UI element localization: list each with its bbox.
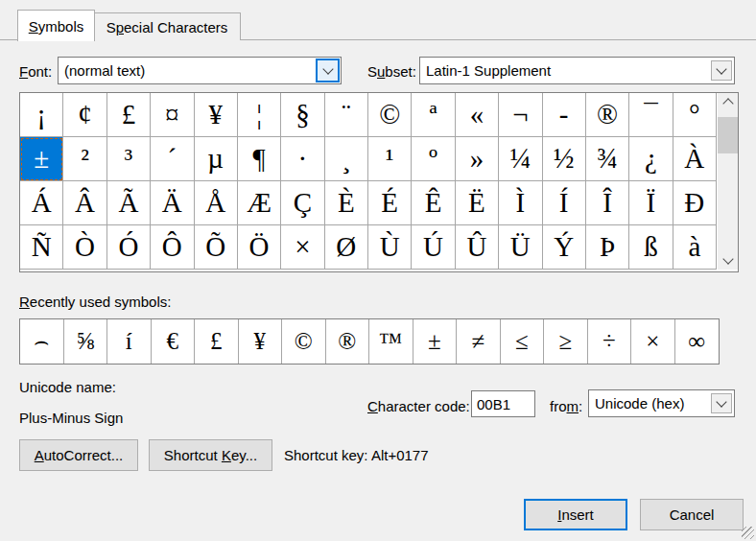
symbol-cell[interactable]: Å: [195, 181, 238, 225]
symbol-cell[interactable]: É: [368, 181, 412, 225]
symbol-cell[interactable]: Ä: [151, 181, 194, 225]
symbol-cell[interactable]: ©: [368, 93, 412, 137]
recent-symbol-cell[interactable]: ≠: [457, 319, 501, 364]
symbol-cell[interactable]: Æ: [238, 181, 281, 225]
symbol-cell[interactable]: §: [281, 93, 324, 137]
symbol-cell[interactable]: Û: [456, 225, 499, 270]
symbol-cell[interactable]: ¾: [586, 137, 629, 181]
autocorrect-button[interactable]: AutoCorrect...: [19, 439, 138, 471]
recent-symbol-cell[interactable]: ∞: [675, 319, 720, 364]
tab-special-characters[interactable]: Special Characters: [93, 12, 241, 40]
symbol-cell[interactable]: ¸: [325, 137, 368, 181]
symbol-cell[interactable]: ×: [281, 225, 324, 270]
symbol-cell[interactable]: °: [673, 93, 717, 137]
recent-symbol-cell[interactable]: ©: [282, 319, 326, 364]
symbol-cell[interactable]: Ü: [499, 225, 542, 270]
symbol-cell[interactable]: ±: [20, 137, 63, 181]
symbol-cell[interactable]: «: [456, 93, 499, 137]
symbol-cell[interactable]: µ: [195, 137, 238, 181]
symbol-cell[interactable]: à: [673, 225, 717, 270]
symbol-cell[interactable]: ß: [629, 225, 673, 270]
symbol-grid-scrollbar[interactable]: [718, 93, 738, 270]
scroll-down-button[interactable]: [718, 251, 738, 270]
symbol-cell[interactable]: ´: [151, 137, 194, 181]
recent-symbol-cell[interactable]: ®: [326, 319, 370, 364]
symbol-cell[interactable]: Ò: [63, 225, 106, 270]
symbol-cell[interactable]: Þ: [586, 225, 629, 270]
font-combobox[interactable]: (normal text): [58, 57, 342, 84]
symbol-cell[interactable]: ¬: [499, 93, 542, 137]
symbol-cell[interactable]: º: [412, 137, 455, 181]
symbol-cell[interactable]: È: [325, 181, 368, 225]
recent-symbol-cell[interactable]: ¥: [239, 319, 283, 364]
symbol-cell[interactable]: ¿: [629, 137, 673, 181]
symbol-cell[interactable]: ¼: [499, 137, 542, 181]
character-code-input[interactable]: [471, 390, 535, 417]
symbol-cell[interactable]: ¡: [20, 93, 63, 137]
unicode-name-label: Unicode name:: [19, 379, 116, 395]
symbol-cell[interactable]: »: [456, 137, 499, 181]
symbol-cell[interactable]: £: [107, 93, 151, 137]
from-combobox-dropdown-button[interactable]: [711, 393, 732, 413]
subset-combobox[interactable]: Latin-1 Supplement: [419, 57, 735, 84]
symbol-cell[interactable]: Ú: [412, 225, 455, 270]
symbol-cell[interactable]: ²: [63, 137, 106, 181]
symbol-cell[interactable]: Î: [586, 181, 629, 225]
symbol-cell[interactable]: ¯: [629, 93, 673, 137]
recent-symbol-cell[interactable]: £: [195, 319, 239, 364]
symbol-cell[interactable]: -: [543, 93, 586, 137]
recent-symbol-cell[interactable]: ⅝: [64, 319, 108, 364]
recent-symbol-cell[interactable]: í: [107, 319, 152, 364]
symbol-cell[interactable]: Ï: [629, 181, 673, 225]
symbol-cell[interactable]: Ô: [151, 225, 194, 270]
cancel-button[interactable]: Cancel: [640, 499, 744, 530]
subset-combobox-dropdown-button[interactable]: [711, 60, 732, 81]
symbol-cell[interactable]: Ã: [107, 181, 151, 225]
symbol-cell[interactable]: ¥: [195, 93, 238, 137]
font-combobox-dropdown-button[interactable]: [316, 59, 340, 82]
symbol-cell[interactable]: Ë: [456, 181, 499, 225]
symbol-cell[interactable]: ª: [412, 93, 455, 137]
recent-symbol-cell[interactable]: ÷: [588, 319, 632, 364]
symbol-cell[interactable]: Ó: [107, 225, 151, 270]
from-combobox[interactable]: Unicode (hex): [588, 389, 735, 417]
symbol-cell[interactable]: ¢: [63, 93, 106, 137]
symbol-cell[interactable]: ¶: [238, 137, 281, 181]
scrollbar-thumb[interactable]: [718, 117, 738, 153]
font-label: Font:: [19, 63, 52, 80]
symbol-cell[interactable]: Ñ: [20, 225, 63, 270]
symbol-cell[interactable]: Ì: [499, 181, 542, 225]
recent-symbol-cell[interactable]: ≥: [544, 319, 588, 364]
recent-symbol-cell[interactable]: ×: [631, 319, 675, 364]
symbol-cell[interactable]: À: [673, 137, 717, 181]
scroll-up-button[interactable]: [718, 93, 738, 111]
symbol-cell[interactable]: ®: [586, 93, 629, 137]
symbol-cell[interactable]: ½: [543, 137, 586, 181]
symbol-cell[interactable]: ¹: [368, 137, 412, 181]
symbol-cell[interactable]: Ý: [543, 225, 586, 270]
recent-symbol-cell[interactable]: ™: [369, 319, 413, 364]
symbol-cell[interactable]: Ê: [412, 181, 455, 225]
symbol-cell[interactable]: Ç: [281, 181, 324, 225]
symbol-cell[interactable]: ¤: [151, 93, 194, 137]
symbol-cell[interactable]: Ð: [673, 181, 717, 225]
symbol-cell[interactable]: ·: [281, 137, 324, 181]
tab-symbols[interactable]: Symbols: [17, 10, 95, 41]
symbol-cell[interactable]: Õ: [195, 225, 238, 270]
symbol-cell[interactable]: Ù: [368, 225, 412, 270]
resize-grip-icon[interactable]: [742, 527, 754, 539]
recent-symbol-cell[interactable]: ⌢: [20, 319, 64, 364]
insert-button[interactable]: Insert: [524, 499, 627, 530]
symbol-cell[interactable]: ¦: [238, 93, 281, 137]
recent-symbol-cell[interactable]: ±: [413, 319, 458, 364]
symbol-cell[interactable]: Ö: [238, 225, 281, 270]
recent-symbol-cell[interactable]: ≤: [501, 319, 545, 364]
shortcut-key-button[interactable]: Shortcut Key...: [149, 439, 272, 471]
symbol-cell[interactable]: Ø: [325, 225, 368, 270]
symbol-cell[interactable]: Â: [63, 181, 106, 225]
symbol-cell[interactable]: Á: [20, 181, 63, 225]
symbol-cell[interactable]: Í: [543, 181, 586, 225]
symbol-cell[interactable]: ³: [107, 137, 151, 181]
symbol-cell[interactable]: ¨: [325, 93, 368, 137]
recent-symbol-cell[interactable]: €: [152, 319, 196, 364]
